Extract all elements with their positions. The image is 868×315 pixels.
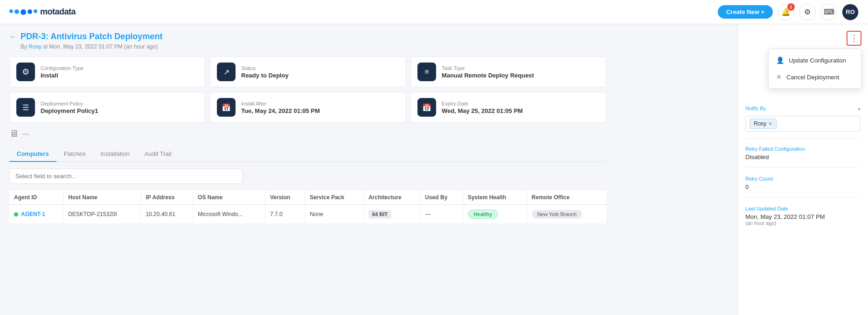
status-dashes: --- bbox=[22, 130, 29, 138]
cell-host-name: DESKTOP-215320I bbox=[63, 205, 141, 224]
status-icon: ↗ bbox=[217, 63, 236, 81]
info-card-status: ↗ Status Ready to Deploy bbox=[210, 56, 406, 87]
dropdown-item-update-config[interactable]: 👤 Update Configuration bbox=[769, 52, 861, 69]
cell-ip-address: 10.20.40.61 bbox=[141, 205, 193, 224]
install-after-value: Tue, May 24, 2022 01:05 PM bbox=[241, 107, 320, 114]
col-agent-id: Agent ID bbox=[9, 190, 63, 205]
retry-config-field: Retry Failed Configuration Disabled bbox=[745, 146, 861, 168]
cell-version: 7.7.0 bbox=[265, 205, 305, 224]
subtitle-prefix: By bbox=[21, 43, 28, 50]
retry-count-label: Retry Count bbox=[745, 176, 861, 182]
config-type-label: Configuration Type bbox=[41, 65, 83, 71]
settings-icon[interactable]: ⚙ bbox=[799, 4, 816, 21]
create-new-button[interactable]: Create New + bbox=[718, 5, 773, 19]
config-type-value: Install bbox=[41, 72, 83, 79]
tab-patches[interactable]: Patches bbox=[56, 147, 93, 162]
last-updated-field: Last Updated Date Mon, May 23, 2022 01:0… bbox=[745, 206, 861, 232]
notifications-icon[interactable]: 🔔 1 bbox=[778, 4, 794, 21]
expiry-date-label: Expiry Date bbox=[442, 101, 523, 106]
info-card-expiry-date: 📅 Expiry Date Wed, May 25, 2022 01:05 PM bbox=[410, 92, 606, 123]
notify-remove[interactable]: ✕ bbox=[768, 121, 772, 127]
table-row: AGENT-1 DESKTOP-215320I 10.20.40.61 Micr… bbox=[9, 205, 606, 224]
col-os-name: OS Name bbox=[193, 190, 265, 205]
app-header: motadata Create New + 🔔 1 ⚙ ⌨ RO bbox=[0, 0, 868, 24]
cell-os-name: Microsoft Windo... bbox=[193, 205, 265, 224]
info-card-config-type: ⚙ Configuration Type Install bbox=[9, 56, 205, 87]
install-after-icon: 📅 bbox=[217, 98, 236, 117]
col-system-health: System Health bbox=[463, 190, 527, 205]
online-status-dot bbox=[14, 212, 18, 217]
agent-id-value: AGENT-1 bbox=[21, 211, 45, 217]
dropdown-item-cancel-deployment[interactable]: ✕ Cancel Deployment bbox=[769, 69, 861, 85]
logo: motadata bbox=[9, 7, 76, 17]
main-layout: ← PDR-3: Antivirus Patch Deployment By R… bbox=[0, 24, 868, 315]
logo-dot-1 bbox=[9, 9, 13, 13]
right-panel-fields: Notify By ▾ Rosy ✕ Retry Failed Configur… bbox=[745, 105, 861, 232]
status-row: 🖥 --- bbox=[9, 128, 728, 139]
logo-dot-5 bbox=[34, 9, 37, 13]
subtitle-author[interactable]: Rosy bbox=[28, 43, 41, 50]
status-value: Ready to Deploy bbox=[241, 72, 289, 79]
cell-agent-id[interactable]: AGENT-1 bbox=[9, 205, 63, 224]
expiry-date-icon: 📅 bbox=[417, 98, 436, 117]
info-card-install-after: 📅 Install After Tue, May 24, 2022 01:05 … bbox=[210, 92, 406, 123]
retry-count-field: Retry Count 0 bbox=[745, 176, 861, 197]
logo-dots bbox=[9, 9, 37, 15]
retry-config-value: Disabled bbox=[745, 154, 861, 161]
cell-used-by: --- bbox=[420, 205, 463, 224]
notify-field: Notify By ▾ Rosy ✕ bbox=[745, 105, 861, 139]
logo-dot-4 bbox=[28, 9, 32, 14]
page-title: PDR-3: Antivirus Patch Deployment bbox=[21, 32, 162, 42]
task-type-value: Manual Remote Deploy Request bbox=[442, 72, 534, 79]
table-header-row: Agent ID Host Name IP Address OS Name Ve… bbox=[9, 190, 606, 205]
right-panel: ⋮ 👤 Update Configuration ✕ Cancel Deploy… bbox=[737, 24, 868, 315]
notification-badge: 1 bbox=[787, 3, 795, 11]
cell-service-pack: None bbox=[305, 205, 364, 224]
monitor-icon: 🖥 bbox=[9, 128, 19, 139]
dropdown-menu: 👤 Update Configuration ✕ Cancel Deployme… bbox=[768, 49, 861, 89]
tab-audit-trail[interactable]: Audit Trail bbox=[137, 147, 179, 162]
col-remote-office: Remote Office bbox=[527, 190, 606, 205]
notify-value: Rosy bbox=[754, 120, 766, 127]
subtitle-suffix: at Mon, May 23, 2022 01:07 PM (an hour a… bbox=[42, 43, 158, 50]
col-host-name: Host Name bbox=[63, 190, 141, 205]
avatar[interactable]: RO bbox=[842, 4, 859, 21]
last-updated-label: Last Updated Date bbox=[745, 206, 861, 211]
three-dot-button[interactable]: ⋮ bbox=[847, 31, 861, 46]
last-updated-value: Mon, May 23, 2022 01:07 PM bbox=[745, 213, 861, 220]
search-input[interactable] bbox=[9, 168, 243, 184]
tab-computers[interactable]: Computers bbox=[9, 147, 56, 162]
logo-dot-2 bbox=[14, 9, 19, 14]
cell-architecture: 64 BIT bbox=[363, 205, 420, 224]
col-ip-address: IP Address bbox=[141, 190, 193, 205]
col-used-by: Used By bbox=[420, 190, 463, 205]
info-card-deployment-policy: ☰ Deployment Policy Deployment Policy1 bbox=[9, 92, 205, 123]
notify-label: Notify By bbox=[745, 105, 766, 111]
status-label: Status bbox=[241, 65, 289, 71]
page-title-row: ← PDR-3: Antivirus Patch Deployment bbox=[9, 32, 728, 42]
keyboard-icon[interactable]: ⌨ bbox=[820, 4, 837, 21]
header-actions: Create New + 🔔 1 ⚙ ⌨ RO bbox=[718, 4, 859, 21]
notify-tag: Rosy ✕ bbox=[750, 119, 777, 129]
back-button[interactable]: ← bbox=[9, 33, 17, 41]
last-updated-sub: (an hour ago) bbox=[745, 220, 861, 226]
cancel-icon: ✕ bbox=[776, 73, 782, 81]
info-card-task-type: ≡ Task Type Manual Remote Deploy Request bbox=[410, 56, 606, 87]
logo-text: motadata bbox=[40, 7, 76, 17]
deployment-policy-value: Deployment Policy1 bbox=[41, 107, 98, 114]
tab-installation[interactable]: Installation bbox=[93, 147, 137, 162]
update-config-label: Update Configuration bbox=[789, 57, 846, 64]
col-version: Version bbox=[265, 190, 305, 205]
task-type-label: Task Type bbox=[442, 65, 534, 71]
deployment-policy-label: Deployment Policy bbox=[41, 101, 98, 106]
retry-config-label: Retry Failed Configuration bbox=[745, 146, 861, 152]
cell-remote-office: New York Branch bbox=[527, 205, 606, 224]
col-service-pack: Service Pack bbox=[305, 190, 364, 205]
health-badge: Healthy bbox=[468, 210, 499, 219]
logo-dot-3 bbox=[21, 9, 26, 15]
notify-dropdown-arrow[interactable]: ▾ bbox=[858, 106, 861, 112]
cancel-deployment-label: Cancel Deployment bbox=[786, 74, 839, 81]
computers-table: Agent ID Host Name IP Address OS Name Ve… bbox=[9, 190, 606, 224]
info-cards-grid: ⚙ Configuration Type Install ↗ Status Re… bbox=[9, 56, 606, 123]
col-architecture: Architecture bbox=[363, 190, 420, 205]
